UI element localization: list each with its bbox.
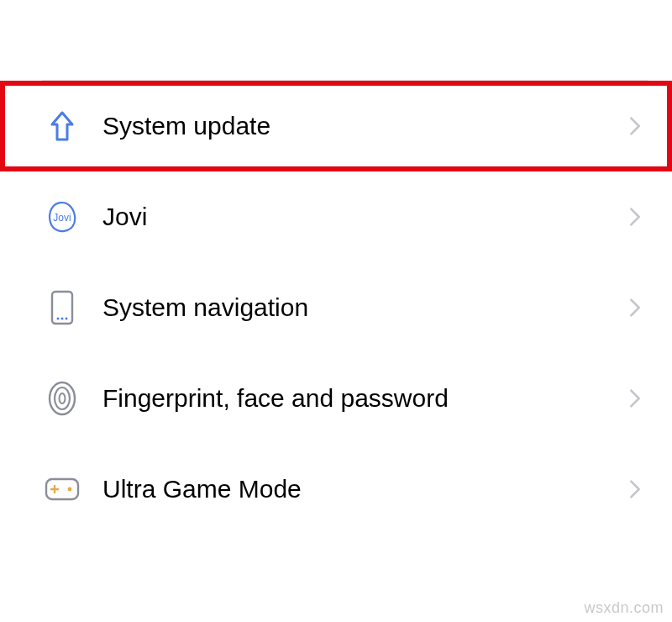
chevron-right-icon xyxy=(627,203,643,231)
jovi-icon: Jovi xyxy=(42,197,82,237)
settings-item-ultra-game-mode[interactable]: Ultra Game Mode xyxy=(0,444,672,535)
svg-point-6 xyxy=(55,387,70,409)
chevron-right-icon xyxy=(627,293,643,322)
svg-text:Jovi: Jovi xyxy=(53,212,71,224)
settings-item-label: System navigation xyxy=(102,293,627,322)
svg-point-9 xyxy=(68,488,72,492)
settings-item-system-update[interactable]: System update xyxy=(0,81,672,171)
chevron-right-icon xyxy=(627,384,643,413)
settings-item-label: Fingerprint, face and password xyxy=(102,384,627,413)
settings-item-system-navigation[interactable]: System navigation xyxy=(0,262,672,353)
svg-point-7 xyxy=(60,393,66,403)
watermark-text: wsxdn.com xyxy=(584,599,664,617)
phone-nav-icon xyxy=(42,287,82,328)
section-divider xyxy=(42,34,648,81)
settings-list: System update Jovi Jovi xyxy=(0,81,672,535)
fingerprint-icon xyxy=(42,378,82,419)
settings-item-label: Jovi xyxy=(102,203,627,231)
gamepad-icon xyxy=(42,469,82,509)
settings-container: System update Jovi Jovi xyxy=(0,0,672,535)
chevron-right-icon xyxy=(627,112,643,140)
arrow-up-icon xyxy=(42,106,82,146)
settings-item-jovi[interactable]: Jovi Jovi xyxy=(0,171,672,262)
svg-point-2 xyxy=(57,318,60,320)
svg-point-3 xyxy=(61,318,64,320)
svg-point-4 xyxy=(66,318,68,320)
settings-item-label: Ultra Game Mode xyxy=(102,475,627,503)
settings-item-label: System update xyxy=(102,112,627,140)
chevron-right-icon xyxy=(627,475,643,503)
settings-item-fingerprint-face-password[interactable]: Fingerprint, face and password xyxy=(0,353,672,444)
